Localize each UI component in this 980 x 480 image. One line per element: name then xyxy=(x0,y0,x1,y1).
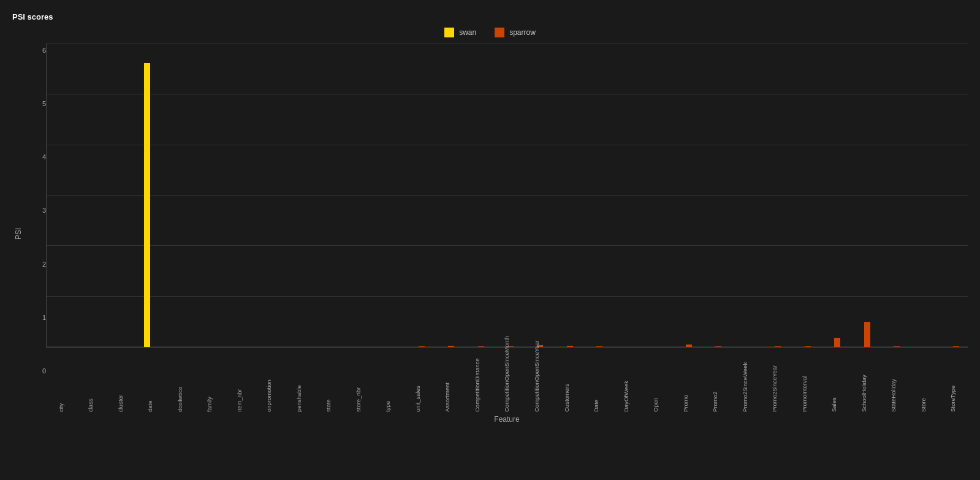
x-tick-perishable: perishable xyxy=(295,351,302,412)
bar-group-StateHoliday xyxy=(879,44,908,347)
bar-group-Customers xyxy=(552,44,581,347)
plot-area: cityclassclusterdatedcoilwticofamilyItem… xyxy=(46,44,968,424)
bar-sparrow-Assortment xyxy=(448,346,454,347)
x-tick-Open: Open xyxy=(652,351,659,412)
x-tick-wrapper-store_nbr: store_nbr xyxy=(343,351,373,412)
x-tick-wrapper-onpromotion: onpromotion xyxy=(254,351,284,412)
bar-group-CompetitionOpenSinceMonth xyxy=(492,44,522,347)
bar-swan-date xyxy=(144,63,150,347)
x-tick-wrapper-StoreType: StoreType xyxy=(938,351,968,412)
bar-sparrow-Date xyxy=(596,346,602,347)
bar-sparrow-StoreType xyxy=(953,346,959,347)
bar-group-Date xyxy=(582,44,611,347)
legend-color-swan xyxy=(444,28,454,37)
x-tick-wrapper-class: class xyxy=(76,351,106,412)
bar-group-class xyxy=(76,44,105,347)
x-tick-wrapper-Promo2: Promo2 xyxy=(700,351,730,412)
bar-group-unit_sales xyxy=(403,44,433,347)
bars-row xyxy=(47,44,968,347)
bar-group-CompetitionOpenSinceYear xyxy=(522,44,552,347)
x-tick-Promo2SinceYear: Promo2SinceYear xyxy=(771,351,778,412)
x-tick-wrapper-Sales: Sales xyxy=(819,351,849,412)
x-tick-Sales: Sales xyxy=(830,351,837,412)
x-tick-StoreType: StoreType xyxy=(949,351,956,412)
x-tick-CompetitionOpenSinceMonth: CompetitionOpenSinceMonth xyxy=(503,351,510,412)
x-tick-wrapper-family: family xyxy=(195,351,225,412)
x-tick-DayOfWeek: DayOfWeek xyxy=(623,351,629,412)
x-tick-wrapper-dcoilwtico: dcoilwtico xyxy=(165,351,195,412)
bar-sparrow-unit_sales xyxy=(419,346,425,347)
bar-group-CompetitionDistance xyxy=(463,44,492,347)
x-tick-PromoInterval: PromoInterval xyxy=(801,351,808,412)
x-tick-wrapper-CompetitionDistance: CompetitionDistance xyxy=(462,351,492,412)
bar-group-Assortment xyxy=(433,44,462,347)
x-tick-wrapper-cluster: cluster xyxy=(105,351,135,412)
x-tick-wrapper-Customers: Customers xyxy=(552,351,582,412)
x-tick-class: class xyxy=(87,351,94,412)
x-axis-title: Feature xyxy=(46,415,968,424)
chart-title: PSI scores xyxy=(12,12,968,21)
bar-sparrow-SchoolHoliday xyxy=(864,322,870,347)
x-tick-wrapper-Promo2SinceYear: Promo2SinceYear xyxy=(759,351,789,412)
x-tick-wrapper-state: state xyxy=(314,351,344,412)
bar-sparrow-CompetitionDistance xyxy=(478,346,484,347)
bar-group-Promo2SinceYear xyxy=(760,44,789,347)
bar-group-Promo2SinceWeek xyxy=(730,44,759,347)
bar-group-Store xyxy=(908,44,938,347)
x-tick-Promo2SinceWeek: Promo2SinceWeek xyxy=(742,351,748,412)
bar-group-Open xyxy=(641,44,670,347)
bar-sparrow-Promo2 xyxy=(715,346,721,347)
x-tick-Assortment: Assortment xyxy=(444,351,450,412)
bar-sparrow-Sales xyxy=(834,338,840,347)
x-axis-labels: cityclassclusterdatedcoilwticofamilyItem… xyxy=(46,351,968,412)
x-tick-type: type xyxy=(384,351,391,412)
x-tick-wrapper-DayOfWeek: DayOfWeek xyxy=(611,351,641,412)
bar-group-family xyxy=(195,44,224,347)
x-tick-wrapper-Open: Open xyxy=(640,351,670,412)
x-tick-Customers: Customers xyxy=(563,351,570,412)
bar-sparrow-StateHoliday xyxy=(894,346,900,347)
x-tick-Item_nbr: Item_nbr xyxy=(236,351,243,412)
x-tick-dcoilwtico: dcoilwtico xyxy=(177,351,183,412)
legend-color-sparrow xyxy=(495,28,504,37)
x-tick-Date: Date xyxy=(593,351,599,412)
x-tick-wrapper-perishable: perishable xyxy=(284,351,314,412)
x-tick-store_nbr: store_nbr xyxy=(355,351,362,412)
bar-group-dcoilwtico xyxy=(165,44,195,347)
x-tick-city: city xyxy=(58,351,64,412)
x-tick-wrapper-Item_nbr: Item_nbr xyxy=(224,351,254,412)
x-tick-wrapper-Date: Date xyxy=(581,351,611,412)
legend-item-swan: swan xyxy=(444,28,476,37)
x-tick-wrapper-Promo2SinceWeek: Promo2SinceWeek xyxy=(730,351,760,412)
x-tick-wrapper-city: city xyxy=(46,351,76,412)
bar-group-state xyxy=(314,44,343,347)
x-tick-cluster: cluster xyxy=(117,351,124,412)
x-tick-Promo2: Promo2 xyxy=(712,351,718,412)
x-tick-wrapper-type: type xyxy=(373,351,403,412)
bar-group-Item_nbr xyxy=(225,44,254,347)
x-tick-StateHoliday: StateHoliday xyxy=(890,351,897,412)
bar-group-store_nbr xyxy=(344,44,373,347)
bar-group-PromoInterval xyxy=(789,44,819,347)
bar-sparrow-PromoInterval xyxy=(805,346,811,347)
legend-label-swan: swan xyxy=(459,28,476,37)
x-tick-Promo: Promo xyxy=(682,351,689,412)
x-tick-SchoolHoliday: SchoolHoliday xyxy=(860,351,867,412)
x-tick-unit_sales: unit_sales xyxy=(414,351,421,412)
bar-group-date xyxy=(135,44,165,347)
y-axis-label: PSI xyxy=(12,44,25,424)
bar-group-Sales xyxy=(819,44,849,347)
x-tick-date: date xyxy=(146,351,153,412)
legend-label-sparrow: sparrow xyxy=(509,28,536,37)
bar-group-Promo xyxy=(670,44,700,347)
bar-group-cluster xyxy=(106,44,135,347)
x-tick-Store: Store xyxy=(920,351,927,412)
x-tick-wrapper-CompetitionOpenSinceYear: CompetitionOpenSinceYear xyxy=(522,351,552,412)
y-axis: 6543210 xyxy=(28,44,46,424)
x-tick-wrapper-unit_sales: unit_sales xyxy=(403,351,433,412)
x-tick-wrapper-PromoInterval: PromoInterval xyxy=(789,351,819,412)
legend-item-sparrow: sparrow xyxy=(495,28,536,37)
x-tick-wrapper-Assortment: Assortment xyxy=(433,351,463,412)
bar-sparrow-Promo xyxy=(686,345,692,347)
bar-group-DayOfWeek xyxy=(611,44,640,347)
